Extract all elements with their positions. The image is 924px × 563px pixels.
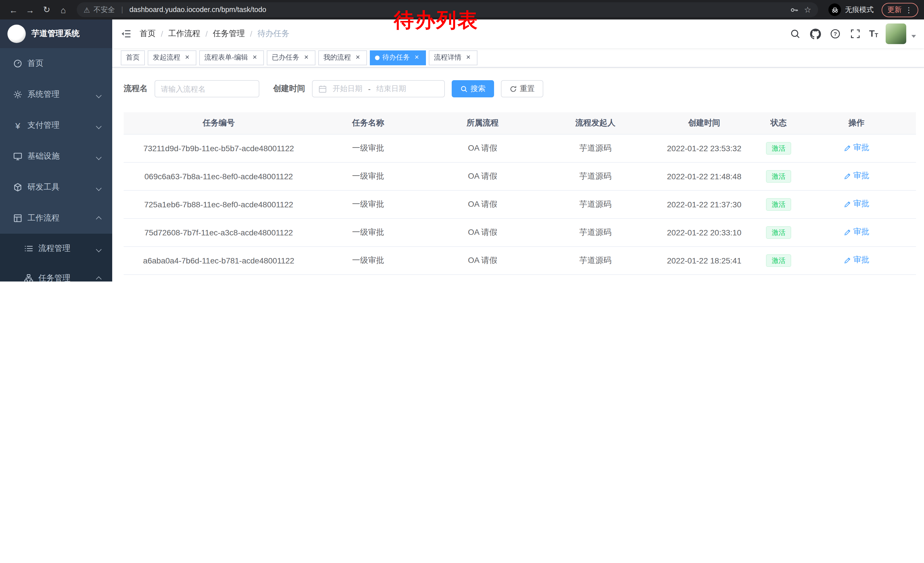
forward-icon[interactable]: → (22, 2, 38, 18)
tab-my-processes[interactable]: 我的流程 × (318, 50, 367, 65)
incognito-badge: 无痕模式 (828, 3, 874, 16)
date-range-picker[interactable]: 开始日期 - 结束日期 (312, 80, 445, 98)
start-date-placeholder: 开始日期 (333, 84, 362, 94)
tab-done-tasks[interactable]: 已办任务 × (267, 50, 315, 65)
sidebar-item-process-management[interactable]: 流程管理 (0, 234, 112, 263)
tab-close-icon[interactable]: × (464, 54, 472, 62)
edit-icon (844, 228, 851, 236)
sidebar-item-task-management[interactable]: 任务管理 (0, 263, 112, 281)
tab-close-icon[interactable]: × (413, 54, 421, 62)
tab-close-icon[interactable]: × (251, 54, 259, 62)
reload-icon[interactable]: ↻ (39, 2, 54, 18)
task-id-cell: a6aba0a4-7b6d-11ec-b781-acde48001122 (124, 246, 314, 274)
status-badge: 激活 (766, 198, 791, 210)
tab-close-icon[interactable]: × (302, 54, 310, 62)
column-header: 状态 (760, 112, 797, 134)
status-badge: 激活 (766, 142, 791, 155)
created-cell: 2022-01-22 20:33:10 (648, 218, 760, 246)
breadcrumb-item-task-management[interactable]: 任务管理 (213, 29, 245, 39)
sidebar-item-home[interactable]: 首页 (0, 48, 112, 79)
range-separator: - (368, 84, 371, 93)
created-cell: 2022-01-22 21:48:48 (648, 162, 760, 190)
github-icon[interactable] (809, 27, 822, 40)
sidebar-item-workflow[interactable]: 工作流程 (0, 203, 112, 234)
breadcrumb-item-workflow[interactable]: 工作流程 (168, 29, 200, 39)
update-button[interactable]: 更新 ⋮ (882, 3, 918, 17)
avatar[interactable] (886, 24, 906, 44)
task-id-cell: 73211d9d-7b9b-11ec-b5b7-acde48001122 (124, 134, 314, 162)
column-header: 流程发起人 (543, 112, 648, 134)
sidebar-item-label: 系统管理 (27, 89, 60, 100)
tab-label: 已办任务 (272, 53, 299, 62)
approve-link[interactable]: 审批 (844, 143, 869, 153)
list-icon (24, 244, 33, 253)
approve-link[interactable]: 审批 (844, 199, 869, 209)
task-name-cell: 一级审批 (314, 246, 423, 274)
tab-form-edit[interactable]: 流程表单-编辑 × (199, 50, 264, 65)
sidebar-item-infrastructure[interactable]: 基础设施 (0, 141, 112, 172)
tab-close-icon[interactable]: × (354, 54, 362, 62)
breadcrumb-item-home[interactable]: 首页 (140, 29, 156, 39)
chevron-down-icon (97, 121, 101, 130)
created-cell: 2022-01-22 21:37:30 (648, 190, 760, 218)
reset-button[interactable]: 重置 (501, 80, 543, 98)
browser-menu-icon[interactable]: ⋮ (905, 6, 912, 14)
process-cell: OA 请假 (423, 218, 543, 246)
tab-home[interactable]: 首页 (121, 50, 145, 65)
bookmark-star-icon[interactable]: ☆ (804, 5, 811, 14)
approve-link[interactable]: 审批 (844, 227, 869, 237)
help-icon[interactable]: ? (829, 27, 842, 40)
process-name-input[interactable] (154, 80, 260, 98)
chevron-down-icon (97, 152, 101, 161)
search-icon[interactable] (789, 27, 801, 40)
approve-link-label: 审批 (853, 199, 869, 209)
approve-link[interactable]: 审批 (844, 171, 869, 181)
app-logo: 芋道管理系统 (0, 20, 112, 48)
table-row: 069c6a63-7b8a-11ec-8ef0-acde48001122 一级审… (124, 162, 916, 190)
tab-close-icon[interactable]: × (183, 54, 191, 62)
tab-start-process[interactable]: 发起流程 × (148, 50, 196, 65)
table-row: 8f0d1619-7ac8-11ec-a9e2-a2380e71991a 1.2… (124, 274, 916, 281)
created-cell: 2022-01-22 18:25:41 (648, 246, 760, 274)
avatar-caret-icon[interactable] (911, 35, 916, 40)
approve-link-label: 审批 (853, 171, 869, 181)
sidebar-item-devtools[interactable]: 研发工具 (0, 172, 112, 203)
sidebar-toggle-icon[interactable] (112, 20, 140, 48)
task-id-cell: 8f0d1619-7ac8-11ec-a9e2-a2380e71991a (124, 274, 314, 281)
url-text: dashboard.yudao.iocoder.cn/bpm/task/todo (129, 6, 266, 14)
svg-text:?: ? (834, 31, 837, 37)
yen-icon: ¥ (13, 120, 22, 130)
gear-icon (13, 90, 22, 99)
column-header: 创建时间 (648, 112, 760, 134)
initiator-cell: 芋道源码 (543, 162, 648, 190)
key-icon[interactable] (788, 3, 801, 16)
sidebar-item-payment[interactable]: ¥ 支付管理 (0, 110, 112, 141)
warning-icon: ⚠ (84, 6, 90, 14)
main-area: 首页 / 工作流程 / 任务管理 / 待办任务 ? (112, 20, 924, 281)
approve-link-label: 审批 (853, 255, 869, 266)
tab-process-detail[interactable]: 流程详情 × (429, 50, 477, 65)
workflow-submenu: 流程管理 任务管理 我的流程 待办任务 (0, 234, 112, 281)
task-name-cell: 一级审批 (314, 190, 423, 218)
task-name-cell: 一级审批 (314, 134, 423, 162)
calendar-icon (318, 84, 327, 93)
search-button[interactable]: 搜索 (452, 80, 494, 98)
sidebar-item-label: 基础设施 (27, 151, 60, 162)
cube-icon (13, 183, 22, 192)
approve-link-label: 审批 (853, 227, 869, 237)
font-size-icon[interactable]: TT (869, 29, 878, 38)
home-icon[interactable]: ⌂ (56, 2, 71, 18)
approve-link[interactable]: 审批 (844, 255, 869, 266)
fullscreen-icon[interactable] (849, 27, 862, 40)
todo-table: 任务编号 任务名称 所属流程 流程发起人 创建时间 状态 操作 73211d9d… (124, 112, 916, 281)
chevron-up-icon (97, 274, 101, 281)
back-icon[interactable]: ← (6, 2, 21, 18)
tab-todo-tasks[interactable]: 待办任务 × (370, 50, 426, 65)
table-row: 725a1eb6-7b88-11ec-8ef0-acde48001122 一级审… (124, 190, 916, 218)
address-bar[interactable]: ⚠ 不安全 | dashboard.yudao.iocoder.cn/bpm/t… (77, 2, 818, 17)
sidebar-item-system[interactable]: 系统管理 (0, 79, 112, 110)
tab-label: 流程表单-编辑 (204, 53, 248, 62)
sidebar: 芋道管理系统 首页 系统管理 ¥ 支付管理 基础设施 (0, 20, 112, 281)
process-cell: OA 请假 (423, 190, 543, 218)
sidebar-item-label: 任务管理 (38, 273, 70, 281)
